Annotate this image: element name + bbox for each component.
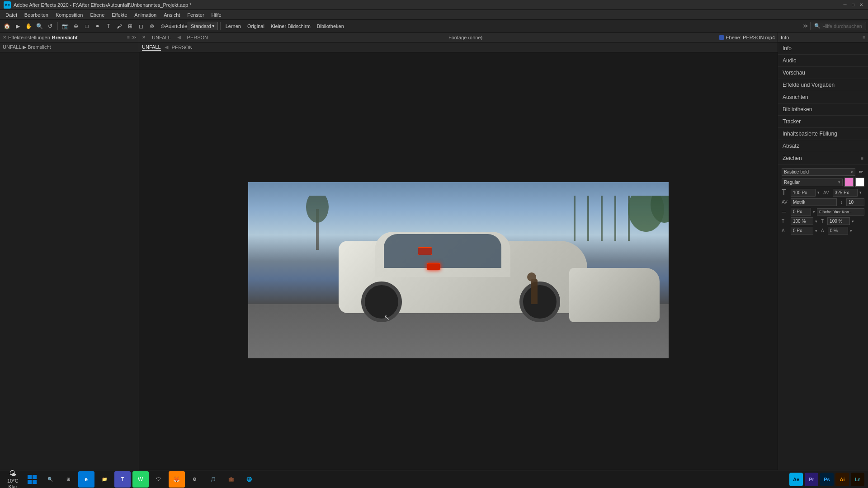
effects-panel-title: Effekteinstellungen xyxy=(8,35,50,40)
color-row: Regular ▾ xyxy=(782,178,864,187)
taskbar-whatsapp[interactable]: W xyxy=(132,471,149,488)
stroke-color-swatch[interactable] xyxy=(855,178,864,187)
maximize-button[interactable]: □ xyxy=(850,2,856,8)
text-tool[interactable]: T xyxy=(104,21,113,31)
layer-tab-label[interactable]: Ebene: PERSON.mp4 xyxy=(726,35,775,40)
font-size-input[interactable]: 100 Px xyxy=(791,189,816,197)
taskbar-antivirus[interactable]: 🛡 xyxy=(151,471,167,488)
rotation-tool[interactable]: ↺ xyxy=(45,21,55,31)
hand-tool[interactable]: ✋ xyxy=(24,21,33,31)
baseline-input[interactable]: 0 Px xyxy=(791,227,813,235)
right-panel-vorschau[interactable]: Vorschau xyxy=(778,67,868,79)
taskbar-search[interactable]: 🔍 xyxy=(42,471,58,488)
kerning-input[interactable]: Metrik xyxy=(791,198,837,206)
taskbar-teams[interactable]: T xyxy=(114,471,131,488)
taskbar-app-3[interactable]: 💼 xyxy=(223,471,239,488)
taskbar-firefox[interactable]: 🦊 xyxy=(169,471,185,488)
zoom-tool[interactable]: 🔍 xyxy=(34,21,44,31)
camera-tool[interactable]: 📷 xyxy=(60,21,70,31)
stroke-width-input[interactable]: 0 Px xyxy=(791,208,811,216)
right-panel-effekte[interactable]: Effekte und Vorgaben xyxy=(778,79,868,91)
taskbar-taskview[interactable]: ⊞ xyxy=(60,471,76,488)
taskbar-app-2[interactable]: 🎵 xyxy=(205,471,221,488)
menu-bearbeiten[interactable]: Bearbeiten xyxy=(21,11,52,19)
anchor-tool[interactable]: ⊕ xyxy=(71,21,81,31)
menu-ebene[interactable]: Ebene xyxy=(86,11,108,19)
taskbar-app-1[interactable]: ⚙ xyxy=(187,471,203,488)
ausrichten-btn[interactable]: Ausrichten xyxy=(173,21,183,31)
close-button[interactable]: ✕ xyxy=(858,2,864,8)
footage-tab[interactable]: Footage (ohne) xyxy=(445,34,486,41)
right-panel-tracker[interactable]: Tracker xyxy=(778,116,868,128)
brush-tool[interactable]: 🖌 xyxy=(114,21,124,31)
shape-tool[interactable]: □ xyxy=(82,21,92,31)
svg-rect-3 xyxy=(601,196,603,241)
taskbar-edge[interactable]: e xyxy=(78,471,94,488)
menu-ansicht[interactable]: Ansicht xyxy=(160,11,184,19)
menu-komposition[interactable]: Komposition xyxy=(52,11,87,19)
preview-viewport[interactable]: UNFALL ◀ PERSON xyxy=(139,42,778,488)
taskbar-app-4[interactable]: 🌐 xyxy=(241,471,257,488)
scale-v-input[interactable]: 100 % xyxy=(827,217,850,225)
video-background: ↖ xyxy=(248,182,669,358)
car-window xyxy=(384,234,501,268)
learn-label[interactable]: Lernen xyxy=(223,23,244,29)
taskbar-pr[interactable]: Pr xyxy=(805,473,818,486)
original-label[interactable]: Original xyxy=(245,23,267,29)
viewer-tab-unfall[interactable]: UNFALL xyxy=(142,44,161,51)
select-tool[interactable]: ▶ xyxy=(13,21,23,31)
menu-animation[interactable]: Animation xyxy=(131,11,160,19)
taskbar: 🌤 10°C Klar 🔍 ⊞ e 📁 T W 🛡 🦊 ⚙ 🎵 💼 🌐 Ae P… xyxy=(0,470,868,488)
taskbar-ae[interactable]: Ae xyxy=(789,473,803,486)
fontsize-row: T 100 Px ▾ AV 325 Px ▾ xyxy=(782,188,864,197)
tsume-input[interactable]: 0 % xyxy=(828,227,848,235)
pen-tool[interactable]: ✒ xyxy=(93,21,103,31)
leading-input[interactable]: 10 xyxy=(846,198,864,206)
viewer-tab-person[interactable]: PERSON xyxy=(172,45,193,50)
right-panel-menu[interactable]: ≡ xyxy=(863,35,865,40)
small-screen-label[interactable]: Kleiner Bildschirm xyxy=(268,23,313,29)
taskbar-start[interactable] xyxy=(24,471,40,488)
comp-tab-person[interactable]: PERSON xyxy=(184,34,212,41)
right-panel-ausrichten[interactable]: Ausrichten xyxy=(778,91,868,103)
character-panel: Bastide bold ▾ ✏ Regular ▾ T 100 Px ▾ AV xyxy=(778,164,868,240)
clone-tool[interactable]: ⊞ xyxy=(125,21,135,31)
zeichen-expand[interactable]: ≡ xyxy=(861,156,863,161)
right-panel-zeichen[interactable]: Zeichen ≡ xyxy=(778,152,868,164)
kerning-icon: AV xyxy=(782,200,789,205)
comp-tab-unfall[interactable]: UNFALL xyxy=(148,34,175,41)
search-box[interactable]: 🔍 Hilfe durchsuchen xyxy=(810,22,866,30)
home-button[interactable]: 🏠 xyxy=(2,21,12,31)
stroke-type-dropdown[interactable]: Fläche über Kon... xyxy=(817,208,864,216)
right-panel-absatz[interactable]: Absatz xyxy=(778,140,868,152)
roto-tool[interactable]: ⊗ xyxy=(147,21,157,31)
svg-rect-10 xyxy=(28,475,32,479)
font-style-dropdown[interactable]: Regular ▾ xyxy=(782,178,843,186)
eraser-tool[interactable]: ◻ xyxy=(136,21,146,31)
workspace-dropdown[interactable]: Standard ▾ xyxy=(188,22,218,30)
taskbar-ai[interactable]: Ai xyxy=(835,473,849,486)
libraries-label[interactable]: Bibliotheken xyxy=(314,23,347,29)
menu-effekte[interactable]: Effekte xyxy=(108,11,131,19)
font-name-dropdown[interactable]: Bastide bold ▾ xyxy=(782,168,855,176)
menu-hilfe[interactable]: Hilfe xyxy=(208,11,225,19)
right-panel-info[interactable]: Info xyxy=(778,42,868,55)
menu-fenster[interactable]: Fenster xyxy=(184,11,208,19)
minimize-button[interactable]: ─ xyxy=(842,2,848,8)
person-head xyxy=(527,272,536,282)
tracking-input[interactable]: 325 Px xyxy=(833,189,858,197)
right-panel-bibliotheken[interactable]: Bibliotheken xyxy=(778,103,868,116)
right-panel-content-fill[interactable]: Inhaltsbasierte Füllung xyxy=(778,128,868,140)
scale-h-input[interactable]: 100 % xyxy=(791,217,813,225)
font-edit-icon[interactable]: ✏ xyxy=(857,169,864,176)
fill-color-swatch[interactable] xyxy=(844,178,854,187)
right-panel-audio[interactable]: Audio xyxy=(778,55,868,67)
taskbar-folder[interactable]: 📁 xyxy=(96,471,113,488)
menu-datei[interactable]: Datei xyxy=(2,11,21,19)
title-bar-controls[interactable]: ─ □ ✕ xyxy=(842,2,864,8)
taskbar-ps[interactable]: Ps xyxy=(820,473,834,486)
baseline-row: A 0 Px ▾ A 0 % ▾ xyxy=(782,227,864,235)
effects-panel-tab[interactable]: Bremslicht xyxy=(52,35,78,40)
layer-tab: Ebene: PERSON.mp4 xyxy=(719,35,775,40)
taskbar-lr[interactable]: Lr xyxy=(851,473,864,486)
